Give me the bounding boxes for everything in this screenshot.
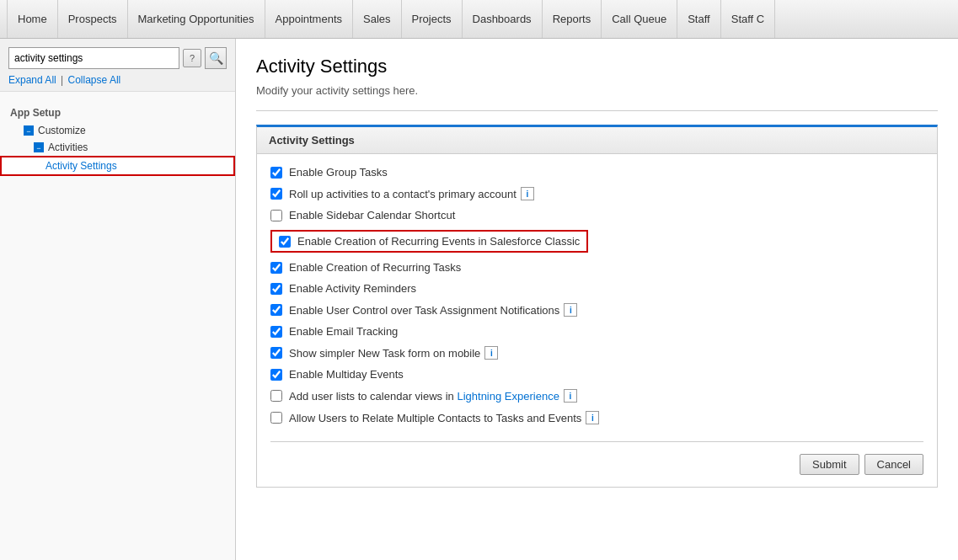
checkbox-row-2: Roll up activities to a contact's primar… bbox=[270, 187, 923, 200]
checkbox-enable-group-tasks[interactable] bbox=[270, 167, 282, 179]
activity-settings-link[interactable]: Activity Settings bbox=[45, 160, 117, 172]
checkbox-row-10: Enable Multiday Events bbox=[270, 368, 923, 381]
checkbox-multiday-events[interactable] bbox=[270, 369, 282, 381]
sidebar-leaf-activity-settings[interactable]: Activity Settings bbox=[0, 156, 235, 176]
customize-expand-icon[interactable]: − bbox=[24, 125, 34, 136]
search-row: ? 🔍 bbox=[8, 47, 227, 69]
sidebar-content: App Setup − Customize − Activities Activ… bbox=[0, 92, 235, 184]
info-icon-calendar-views[interactable]: i bbox=[564, 389, 577, 403]
settings-card: Activity Settings Enable Group Tasks Rol… bbox=[256, 125, 938, 488]
search-input[interactable] bbox=[8, 47, 179, 69]
cancel-button[interactable]: Cancel bbox=[864, 454, 923, 475]
lightning-experience-link[interactable]: Lightning Experience bbox=[457, 390, 559, 403]
checkbox-row-6: Enable Activity Reminders bbox=[270, 282, 923, 295]
search-button[interactable]: 🔍 bbox=[205, 47, 227, 69]
sidebar-item-activities[interactable]: − Activities bbox=[0, 139, 235, 156]
nav-prospects[interactable]: Prospects bbox=[58, 0, 128, 38]
app-setup-header: App Setup bbox=[0, 104, 235, 122]
label-multiday-events: Enable Multiday Events bbox=[289, 368, 404, 381]
checkbox-recurring-tasks[interactable] bbox=[270, 262, 282, 274]
info-icon-task-assign[interactable]: i bbox=[564, 303, 577, 317]
checkbox-row-1: Enable Group Tasks bbox=[270, 166, 923, 179]
label-email-tracking: Enable Email Tracking bbox=[289, 325, 398, 338]
settings-card-header: Activity Settings bbox=[257, 127, 937, 154]
activities-label: Activities bbox=[48, 141, 88, 153]
label-task-assignment-notifications: Enable User Control over Task Assignment… bbox=[289, 304, 559, 317]
nav-call-queue[interactable]: Call Queue bbox=[602, 0, 677, 38]
checkbox-calendar-views[interactable] bbox=[270, 390, 282, 402]
nav-appointments[interactable]: Appointments bbox=[265, 0, 354, 38]
expand-all-link[interactable]: Expand All bbox=[8, 74, 56, 86]
label-recurring-tasks: Enable Creation of Recurring Tasks bbox=[289, 261, 461, 274]
checkbox-row-3: Enable Sidebar Calendar Shortcut bbox=[270, 209, 923, 221]
checkbox-row-5: Enable Creation of Recurring Tasks bbox=[270, 261, 923, 274]
nav-home[interactable]: Home bbox=[7, 0, 58, 38]
nav-reports[interactable]: Reports bbox=[543, 0, 602, 38]
info-icon-rollup[interactable]: i bbox=[521, 187, 534, 200]
checkbox-sidebar-calendar[interactable] bbox=[270, 210, 282, 221]
nav-staff-c[interactable]: Staff C bbox=[721, 0, 776, 38]
checkbox-row-4-wrapper: Enable Creation of Recurring Events in S… bbox=[270, 230, 923, 253]
page-title: Activity Settings bbox=[256, 56, 938, 77]
label-relate-multiple-contacts: Allow Users to Relate Multiple Contacts … bbox=[289, 412, 581, 424]
sidebar: ? 🔍 Expand All | Collapse All App Setup … bbox=[0, 39, 236, 560]
nav-staff[interactable]: Staff bbox=[677, 0, 721, 38]
expand-collapse-row: Expand All | Collapse All bbox=[8, 74, 227, 86]
checkbox-activity-reminders[interactable] bbox=[270, 283, 282, 295]
nav-marketing-opportunities[interactable]: Marketing Opportunities bbox=[128, 0, 265, 38]
settings-card-body: Enable Group Tasks Roll up activities to… bbox=[257, 154, 937, 487]
nav-projects[interactable]: Projects bbox=[402, 0, 463, 38]
nav-dashboards[interactable]: Dashboards bbox=[463, 0, 543, 38]
submit-button[interactable]: Submit bbox=[800, 454, 859, 475]
page-subtitle: Modify your activity settings here. bbox=[256, 84, 938, 111]
label-simpler-task-form: Show simpler New Task form on mobile bbox=[289, 347, 480, 360]
info-icon-simpler-task[interactable]: i bbox=[484, 346, 498, 360]
customize-label: Customize bbox=[38, 125, 86, 136]
main-layout: ? 🔍 Expand All | Collapse All App Setup … bbox=[0, 39, 958, 560]
checkbox-row-11: Add user lists to calendar views in Ligh… bbox=[270, 389, 923, 403]
content-area: Activity Settings Modify your activity s… bbox=[236, 39, 958, 560]
label-enable-group-tasks: Enable Group Tasks bbox=[289, 166, 388, 179]
checkbox-simpler-task-form[interactable] bbox=[270, 347, 282, 359]
label-recurring-events: Enable Creation of Recurring Events in S… bbox=[297, 235, 580, 248]
label-calendar-views: Add user lists to calendar views in Ligh… bbox=[289, 390, 559, 403]
checkbox-relate-multiple-contacts[interactable] bbox=[270, 412, 282, 424]
label-activity-reminders: Enable Activity Reminders bbox=[289, 282, 416, 295]
label-sidebar-calendar: Enable Sidebar Calendar Shortcut bbox=[289, 209, 455, 221]
checkbox-task-assignment-notifications[interactable] bbox=[270, 304, 282, 316]
checkbox-row-8: Enable Email Tracking bbox=[270, 325, 923, 338]
info-icon-relate-contacts[interactable]: i bbox=[586, 411, 599, 424]
sidebar-item-customize[interactable]: − Customize bbox=[0, 122, 235, 139]
separator: | bbox=[61, 74, 66, 86]
activities-expand-icon[interactable]: − bbox=[34, 142, 44, 152]
checkbox-row-7: Enable User Control over Task Assignment… bbox=[270, 303, 923, 317]
search-info-icon[interactable]: ? bbox=[183, 49, 201, 67]
highlighted-checkbox-row-4: Enable Creation of Recurring Events in S… bbox=[270, 230, 588, 253]
checkbox-recurring-events[interactable] bbox=[279, 236, 291, 248]
top-navigation: Home Prospects Marketing Opportunities A… bbox=[0, 0, 958, 39]
checkbox-row-9: Show simpler New Task form on mobile i bbox=[270, 346, 923, 360]
checkbox-row-12: Allow Users to Relate Multiple Contacts … bbox=[270, 411, 923, 424]
collapse-all-link[interactable]: Collapse All bbox=[68, 74, 121, 86]
nav-sales[interactable]: Sales bbox=[353, 0, 402, 38]
sidebar-search-area: ? 🔍 Expand All | Collapse All bbox=[0, 39, 235, 92]
checkbox-email-tracking[interactable] bbox=[270, 326, 282, 338]
label-rollup-activities: Roll up activities to a contact's primar… bbox=[289, 188, 516, 200]
checkbox-rollup-activities[interactable] bbox=[270, 188, 282, 200]
form-actions: Submit Cancel bbox=[270, 441, 923, 475]
